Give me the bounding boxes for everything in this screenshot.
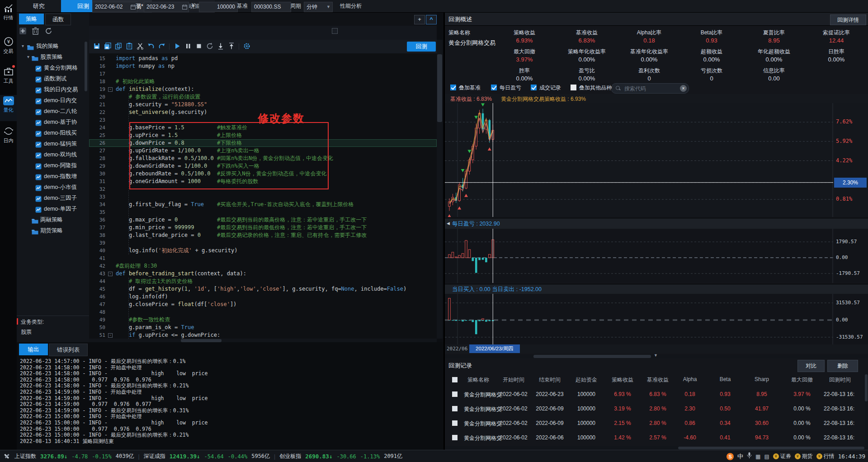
ime-keyboard-icon[interactable]: ▦ [755,453,760,460]
records-title: 回测记录 [448,362,472,370]
checkbox-叠加基准[interactable] [450,85,456,90]
index-创业板指: 2690.83↓ [305,453,332,460]
record-row-checkbox[interactable] [452,420,458,426]
expand-arrow-icon[interactable]: ▾ [27,52,29,62]
tray-item-期货[interactable]: ¥期货 [795,453,813,460]
compare-button[interactable]: 对比 [797,360,825,372]
tray-item-证券[interactable]: ¥证券 [773,453,791,460]
tree-item-我的日内交易[interactable]: 我的日内交易 [17,84,89,95]
ime-language-icon[interactable]: 中 [737,453,743,461]
parameter-highlight-box [129,122,329,189]
stop-icon[interactable] [195,42,203,51]
save-all-icon[interactable] [104,42,112,51]
tree-scrollbar[interactable] [84,41,88,312]
reload-icon[interactable] [206,42,214,51]
daily-pnl-chart[interactable] [445,229,868,283]
step-up-icon[interactable] [228,42,236,51]
collapse-panel-button[interactable]: ^ [426,15,437,24]
tree-item-函数测试[interactable]: 函数测试 [17,73,89,84]
collapse-left-icon[interactable]: ◀ [447,221,450,226]
search-input[interactable]: 搜索代码 × [611,83,689,94]
tab-strategy[interactable]: 策略 [19,14,44,24]
ime-sogou-icon[interactable]: S [726,453,734,460]
tray-item-行情[interactable]: ¥行情 [816,453,835,460]
cut-icon[interactable] [137,42,145,51]
step-down-icon[interactable] [217,42,225,51]
backtest-details-button[interactable]: 回测详情 [830,14,866,25]
checkbox-成交记录[interactable] [531,85,537,90]
tree-item-demo-单因子[interactable]: demo-单因子 [17,203,89,214]
date-from-input[interactable]: 2022-06-02 [92,2,137,12]
copy-icon[interactable] [115,42,123,51]
tree-item-demo-日内交[interactable]: demo-日内交 [17,95,89,106]
refresh-tree-button[interactable] [45,27,52,35]
tree-item-demo-小市值[interactable]: demo-小市值 [17,182,89,193]
trade-axis-label: -31530.57 [836,334,863,340]
tree-item-demo-双均线[interactable]: demo-双均线 [17,149,89,160]
new-tab-button[interactable]: + [414,15,425,24]
date-to-input[interactable]: 2022-06-23 [144,2,189,12]
tree-item-黄金分割网格[interactable]: 黄金分割网格 [17,62,89,73]
tree-item-demo-三因子[interactable]: demo-三因子 [17,193,89,203]
tree-item-demo-阿隆指[interactable]: demo-阿隆指 [17,160,89,171]
tree-item-期货策略[interactable]: 期货策略 [17,225,89,236]
checkbox-叠加其他品种[interactable] [571,85,576,90]
tree-item-demo-指数增[interactable]: demo-指数增 [17,171,89,182]
ime-menu-icon[interactable]: ▤ [764,453,769,460]
tab-function[interactable]: 函数 [45,14,71,25]
record-row-checkbox[interactable] [452,406,458,411]
checkbox-每日盈亏[interactable] [491,85,497,90]
rail-item-quant[interactable]: 量化 [0,95,17,121]
pause-icon[interactable] [184,42,193,51]
rail-item-trade[interactable]: ¥ 交易 [0,35,17,61]
equity-curve-chart[interactable] [445,103,868,217]
period-select[interactable]: 分钟▼ [304,2,333,12]
performance-checkbox[interactable] [332,28,338,34]
strategy-name-label: 策略名称 [448,29,470,37]
scroll-down-icon[interactable]: ▼ [654,353,658,358]
tree-item-demo-猛犸策[interactable]: demo-猛犸策 [17,138,89,149]
tab-output[interactable]: 输出 [19,344,48,355]
redo-icon[interactable] [158,42,166,51]
metric-label: 策略年化收益率 [551,48,623,56]
tree-item-demo-阳线买[interactable]: demo-阳线买 [17,127,89,138]
expand-arrow-icon[interactable]: ▾ [22,41,24,52]
paste-icon[interactable] [126,42,134,51]
code-line-40: 40 log.info('初始化完成' + g.security) [89,247,437,255]
save-icon[interactable] [93,42,101,51]
code-line-51: 51- if g.upPrice <= g.downPrice: [89,331,437,339]
fold-marker-icon[interactable]: - [108,272,113,276]
code-line-35: 35 [89,208,437,216]
capital-input[interactable]: 100000 [199,2,238,12]
tree-item-demo-二八轮[interactable]: demo-二八轮 [17,106,89,117]
record-row-checkbox[interactable] [452,391,458,397]
rail-item-intraday[interactable]: 日内 [0,125,17,151]
rail-item-tools[interactable]: 工具 [0,65,17,91]
microphone-icon[interactable] [747,452,752,461]
undo-icon[interactable] [147,42,156,51]
run-icon[interactable] [174,42,182,51]
delete-record-button[interactable]: 删除 [827,360,858,372]
tree-item-demo-基于协[interactable]: demo-基于协 [17,117,89,127]
rail-item-market[interactable]: 行情 [0,2,17,28]
clear-search-icon[interactable]: × [680,85,687,92]
menu-item-研究[interactable]: 研究 [17,0,61,12]
record-row-checkbox[interactable] [452,435,458,440]
tab-error-list[interactable]: 错误列表 [49,344,88,356]
delete-strategy-button[interactable] [32,27,39,35]
daily-trade-chart[interactable] [445,294,868,344]
editor-vscrollbar[interactable] [437,40,443,339]
fold-marker-icon[interactable]: - [108,333,113,338]
run-backtest-button[interactable]: 回测 [407,42,436,52]
settings-icon[interactable] [243,42,251,51]
chart-hscrollbar[interactable]: ▼ [445,354,868,358]
benchmark-input[interactable]: 000300.SS [251,2,291,12]
records-vscrollbar[interactable] [865,374,868,446]
tree-item-两融策略[interactable]: 两融策略 [17,214,89,225]
tree-item-我的策略[interactable]: ▾我的策略 [17,41,89,52]
fold-marker-icon[interactable]: - [108,87,113,92]
code-editor[interactable]: 15import pandas as pd16import numpy as n… [89,53,437,339]
records-hscrollbar[interactable] [445,446,868,450]
tree-item-股票策略[interactable]: ▾股票策略 [17,52,89,62]
add-strategy-button[interactable] [19,27,27,35]
